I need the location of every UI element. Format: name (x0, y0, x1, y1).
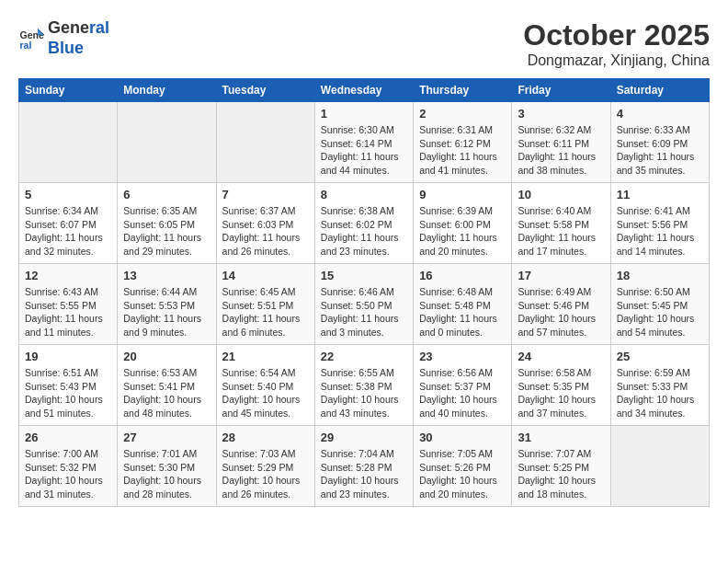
day-info: Sunrise: 6:59 AMSunset: 5:33 PMDaylight:… (617, 366, 703, 420)
day-number: 24 (518, 350, 604, 363)
day-cell: 30Sunrise: 7:05 AMSunset: 5:26 PMDayligh… (414, 426, 512, 507)
day-cell: 2Sunrise: 6:31 AMSunset: 6:12 PMDaylight… (414, 102, 512, 183)
day-cell: 26Sunrise: 7:00 AMSunset: 5:32 PMDayligh… (19, 426, 118, 507)
day-info: Sunrise: 6:32 AMSunset: 6:11 PMDaylight:… (518, 123, 604, 178)
day-number: 19 (25, 350, 111, 363)
header-row: SundayMondayTuesdayWednesdayThursdayFrid… (19, 79, 710, 102)
day-cell: 20Sunrise: 6:53 AMSunset: 5:41 PMDayligh… (118, 345, 216, 426)
day-info: Sunrise: 6:45 AMSunset: 5:51 PMDaylight:… (222, 285, 309, 339)
day-number: 14 (222, 269, 309, 282)
logo-icon: Gene ral (18, 25, 46, 52)
day-number: 21 (222, 350, 309, 363)
day-info: Sunrise: 7:00 AMSunset: 5:32 PMDaylight:… (25, 447, 111, 501)
day-cell: 25Sunrise: 6:59 AMSunset: 5:33 PMDayligh… (610, 345, 709, 426)
day-info: Sunrise: 6:44 AMSunset: 5:53 PMDaylight:… (123, 285, 210, 339)
logo: Gene ral General Blue (18, 18, 109, 58)
day-number: 16 (419, 269, 506, 282)
day-cell: 6Sunrise: 6:35 AMSunset: 6:05 PMDaylight… (118, 183, 216, 264)
day-info: Sunrise: 6:43 AMSunset: 5:55 PMDaylight:… (25, 285, 111, 339)
day-cell: 27Sunrise: 7:01 AMSunset: 5:30 PMDayligh… (118, 426, 216, 507)
day-info: Sunrise: 7:05 AMSunset: 5:26 PMDaylight:… (419, 447, 506, 501)
day-number: 26 (25, 431, 111, 444)
week-row-2: 12Sunrise: 6:43 AMSunset: 5:55 PMDayligh… (19, 264, 710, 345)
day-cell: 11Sunrise: 6:41 AMSunset: 5:56 PMDayligh… (610, 183, 709, 264)
week-row-4: 26Sunrise: 7:00 AMSunset: 5:32 PMDayligh… (19, 426, 710, 507)
day-info: Sunrise: 6:49 AMSunset: 5:46 PMDaylight:… (518, 285, 604, 339)
day-info: Sunrise: 6:55 AMSunset: 5:38 PMDaylight:… (321, 366, 407, 420)
day-cell (610, 426, 709, 507)
day-number: 17 (518, 269, 604, 282)
day-number: 23 (419, 350, 506, 363)
day-cell: 9Sunrise: 6:39 AMSunset: 6:00 PMDaylight… (414, 183, 512, 264)
day-cell: 5Sunrise: 6:34 AMSunset: 6:07 PMDaylight… (19, 183, 118, 264)
day-info: Sunrise: 6:35 AMSunset: 6:05 PMDaylight:… (123, 204, 210, 259)
location: Dongmazar, Xinjiang, China (523, 52, 710, 69)
day-number: 11 (617, 188, 703, 201)
day-info: Sunrise: 6:56 AMSunset: 5:37 PMDaylight:… (419, 366, 506, 420)
day-info: Sunrise: 6:46 AMSunset: 5:50 PMDaylight:… (321, 285, 407, 339)
day-cell: 19Sunrise: 6:51 AMSunset: 5:43 PMDayligh… (19, 345, 118, 426)
day-cell (216, 102, 314, 183)
day-number: 1 (321, 107, 407, 121)
day-cell: 14Sunrise: 6:45 AMSunset: 5:51 PMDayligh… (216, 264, 314, 345)
day-info: Sunrise: 6:40 AMSunset: 5:58 PMDaylight:… (518, 204, 604, 259)
day-number: 18 (617, 269, 703, 282)
week-row-3: 19Sunrise: 6:51 AMSunset: 5:43 PMDayligh… (19, 345, 710, 426)
week-row-0: 1Sunrise: 6:30 AMSunset: 6:14 PMDaylight… (19, 102, 710, 183)
day-number: 29 (321, 431, 407, 444)
day-cell: 21Sunrise: 6:54 AMSunset: 5:40 PMDayligh… (216, 345, 314, 426)
day-number: 7 (222, 188, 309, 201)
day-cell: 31Sunrise: 7:07 AMSunset: 5:25 PMDayligh… (512, 426, 610, 507)
day-info: Sunrise: 6:34 AMSunset: 6:07 PMDaylight:… (25, 204, 111, 259)
day-cell: 12Sunrise: 6:43 AMSunset: 5:55 PMDayligh… (19, 264, 118, 345)
day-info: Sunrise: 6:53 AMSunset: 5:41 PMDaylight:… (123, 366, 210, 420)
day-cell: 15Sunrise: 6:46 AMSunset: 5:50 PMDayligh… (314, 264, 413, 345)
calendar-body: 1Sunrise: 6:30 AMSunset: 6:14 PMDaylight… (19, 102, 710, 507)
day-cell: 28Sunrise: 7:03 AMSunset: 5:29 PMDayligh… (216, 426, 314, 507)
day-info: Sunrise: 6:41 AMSunset: 5:56 PMDaylight:… (617, 204, 703, 259)
day-number: 10 (518, 188, 604, 201)
day-info: Sunrise: 7:01 AMSunset: 5:30 PMDaylight:… (123, 447, 210, 501)
day-cell: 29Sunrise: 7:04 AMSunset: 5:28 PMDayligh… (314, 426, 413, 507)
day-number: 20 (123, 350, 210, 363)
svg-text:ral: ral (20, 39, 32, 50)
day-number: 15 (321, 269, 407, 282)
day-number: 5 (25, 188, 111, 201)
day-info: Sunrise: 6:37 AMSunset: 6:03 PMDaylight:… (222, 204, 309, 259)
header-cell-tuesday: Tuesday (216, 79, 314, 102)
calendar-table: SundayMondayTuesdayWednesdayThursdayFrid… (18, 78, 710, 507)
day-number: 6 (123, 188, 210, 201)
day-info: Sunrise: 6:58 AMSunset: 5:35 PMDaylight:… (518, 366, 604, 420)
day-cell: 1Sunrise: 6:30 AMSunset: 6:14 PMDaylight… (314, 102, 413, 183)
header-cell-wednesday: Wednesday (314, 79, 413, 102)
day-info: Sunrise: 6:48 AMSunset: 5:48 PMDaylight:… (419, 285, 506, 339)
day-cell: 17Sunrise: 6:49 AMSunset: 5:46 PMDayligh… (512, 264, 610, 345)
day-number: 22 (321, 350, 407, 363)
day-cell: 4Sunrise: 6:33 AMSunset: 6:09 PMDaylight… (610, 102, 709, 183)
day-cell: 16Sunrise: 6:48 AMSunset: 5:48 PMDayligh… (414, 264, 512, 345)
day-info: Sunrise: 6:31 AMSunset: 6:12 PMDaylight:… (419, 123, 506, 178)
day-cell: 22Sunrise: 6:55 AMSunset: 5:38 PMDayligh… (314, 345, 413, 426)
day-number: 8 (321, 188, 407, 201)
day-cell (19, 102, 118, 183)
title-block: October 2025 Dongmazar, Xinjiang, China (523, 18, 710, 69)
day-cell: 13Sunrise: 6:44 AMSunset: 5:53 PMDayligh… (118, 264, 216, 345)
day-number: 30 (419, 431, 506, 444)
week-row-1: 5Sunrise: 6:34 AMSunset: 6:07 PMDaylight… (19, 183, 710, 264)
header-cell-saturday: Saturday (610, 79, 709, 102)
day-info: Sunrise: 6:30 AMSunset: 6:14 PMDaylight:… (321, 123, 407, 178)
day-number: 27 (123, 431, 210, 444)
day-info: Sunrise: 6:50 AMSunset: 5:45 PMDaylight:… (617, 285, 703, 339)
header-cell-friday: Friday (512, 79, 610, 102)
month-title: October 2025 (523, 18, 710, 52)
day-number: 13 (123, 269, 210, 282)
day-cell: 23Sunrise: 6:56 AMSunset: 5:37 PMDayligh… (414, 345, 512, 426)
day-cell (118, 102, 216, 183)
day-cell: 18Sunrise: 6:50 AMSunset: 5:45 PMDayligh… (610, 264, 709, 345)
day-info: Sunrise: 6:39 AMSunset: 6:00 PMDaylight:… (419, 204, 506, 259)
day-info: Sunrise: 6:38 AMSunset: 6:02 PMDaylight:… (321, 204, 407, 259)
day-cell: 10Sunrise: 6:40 AMSunset: 5:58 PMDayligh… (512, 183, 610, 264)
day-number: 25 (617, 350, 703, 363)
day-cell: 7Sunrise: 6:37 AMSunset: 6:03 PMDaylight… (216, 183, 314, 264)
day-info: Sunrise: 6:33 AMSunset: 6:09 PMDaylight:… (617, 123, 703, 178)
